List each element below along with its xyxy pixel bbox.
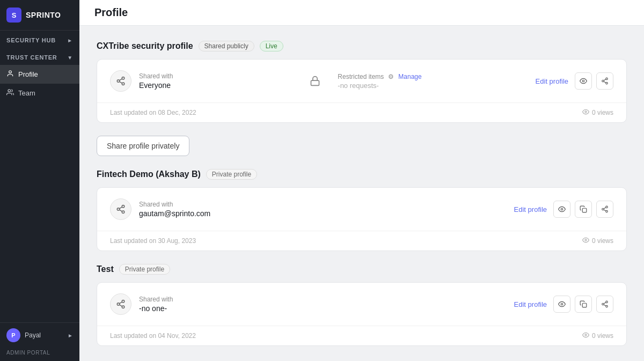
profile-section-fintech: Fintech Demo (Akshay B) Private profile (97, 169, 627, 251)
test-shared-value: -no one- (139, 304, 173, 313)
sidebar-section-trust-center[interactable]: TRUST CENTER ▼ (0, 48, 79, 65)
svg-point-30 (122, 306, 125, 308)
cxtribe-edit-profile-button[interactable]: Edit profile (533, 77, 570, 85)
svg-line-39 (604, 303, 606, 304)
cxtribe-shared-label: Shared with (139, 72, 173, 80)
test-share-icon (110, 293, 131, 315)
cxtribe-card-body: Shared with Everyone Restricted items (97, 60, 626, 102)
cxtribe-shared-value: Everyone (139, 81, 173, 90)
svg-line-31 (119, 305, 122, 306)
user-name: Payal (25, 331, 63, 339)
test-card-footer: Last updated on 04 Nov, 2022 0 views (97, 326, 626, 345)
svg-line-13 (604, 79, 606, 80)
cxtribe-share-icon (110, 70, 131, 92)
svg-line-5 (119, 82, 122, 83)
test-copy-button[interactable] (575, 296, 592, 313)
svg-line-19 (119, 207, 122, 209)
cxtribe-card-actions: Edit profile (533, 72, 613, 90)
svg-line-26 (604, 208, 606, 209)
profile-section-cxtribe-header: CXTribe security profile Shared publicly… (97, 41, 627, 51)
svg-point-17 (122, 211, 125, 213)
sidebar-logo: S SPRINTO (0, 0, 79, 31)
test-edit-profile-button[interactable]: Edit profile (512, 300, 549, 308)
svg-line-32 (119, 302, 122, 304)
svg-point-29 (117, 303, 120, 306)
cxtribe-restricted-header: Restricted items ⚙ Manage (338, 73, 520, 80)
svg-line-12 (604, 82, 606, 83)
fintech-view-button[interactable] (553, 201, 570, 218)
admin-portal-label: ADMIN PORTAL (0, 348, 79, 361)
cxtribe-manage-link[interactable]: Manage (398, 73, 421, 80)
svg-point-0 (9, 71, 12, 73)
chevron-right-icon: ► (67, 38, 73, 43)
sidebar-item-profile[interactable]: Profile (0, 65, 79, 84)
svg-point-20 (561, 208, 563, 210)
test-share-button[interactable] (596, 296, 613, 313)
svg-point-10 (602, 80, 604, 82)
views-icon (582, 108, 589, 117)
svg-point-2 (122, 77, 125, 80)
fintech-shared-with-text: Shared with gautam@sprinto.com (139, 201, 210, 218)
test-views-count: 0 views (582, 331, 613, 340)
test-shared-with-text: Shared with -no one- (139, 296, 173, 313)
test-view-button[interactable] (553, 296, 570, 313)
svg-point-11 (606, 82, 608, 84)
share-profile-privately-button[interactable]: Share profile privately (97, 136, 189, 156)
fintech-profile-title: Fintech Demo (Akshay B) (97, 170, 201, 179)
sidebar-user[interactable]: P Payal ► (0, 323, 79, 348)
profile-icon (6, 70, 14, 79)
fintech-private-badge: Private profile (206, 169, 257, 180)
fintech-copy-button[interactable] (575, 201, 592, 218)
cxtribe-views-count: 0 views (582, 108, 613, 117)
svg-line-18 (119, 210, 122, 211)
svg-point-40 (585, 334, 587, 336)
cxtribe-view-button[interactable] (575, 72, 592, 90)
fintech-card-actions: Edit profile (512, 201, 613, 218)
team-icon (6, 89, 14, 98)
svg-point-33 (561, 303, 563, 305)
app-logo-icon: S (6, 8, 21, 23)
fintech-card-body: Shared with gautam@sprinto.com Edit prof… (97, 188, 626, 231)
svg-line-38 (604, 305, 606, 306)
user-chevron-icon: ► (68, 333, 73, 338)
svg-point-16 (117, 208, 120, 211)
test-shared-label: Shared with (139, 296, 173, 303)
svg-point-8 (582, 80, 584, 82)
test-profile-title: Test (97, 264, 114, 274)
profile-section-cxtribe: CXTribe security profile Shared publicly… (97, 41, 627, 123)
test-views-icon (582, 331, 589, 340)
profile-section-test-header: Test Private profile (97, 264, 627, 275)
svg-point-22 (606, 206, 608, 208)
fintech-views-count: 0 views (582, 237, 613, 245)
fintech-edit-profile-button[interactable]: Edit profile (512, 205, 549, 213)
svg-point-15 (122, 205, 125, 208)
share-private-section: Share profile privately (97, 136, 627, 156)
fintech-shared-value: gautam@sprinto.com (139, 209, 210, 218)
cxtribe-profile-title: CXTribe security profile (97, 41, 193, 51)
cxtribe-share-button[interactable] (596, 72, 613, 90)
info-gear-icon: ⚙ (388, 73, 394, 80)
fintech-shared-label: Shared with (139, 201, 210, 208)
fintech-share-button[interactable] (596, 201, 613, 218)
cxtribe-last-updated: Last updated on 08 Dec, 2022 (110, 109, 196, 116)
cxtribe-restricted-block: Restricted items ⚙ Manage -no requests- (338, 73, 520, 90)
svg-point-27 (585, 239, 587, 241)
svg-line-25 (604, 210, 606, 211)
sidebar-section-security-hub[interactable]: SECURITY HUB ► (0, 31, 79, 48)
fintech-share-icon (110, 198, 131, 220)
sidebar: S SPRINTO SECURITY HUB ► TRUST CENTER ▼ … (0, 0, 79, 361)
cxtribe-lock-icon (305, 71, 325, 91)
chevron-down-icon: ▼ (67, 55, 73, 61)
sidebar-item-team[interactable]: Team (0, 84, 79, 102)
svg-point-14 (585, 111, 587, 113)
cxtribe-profile-card: Shared with Everyone Restricted items (97, 59, 627, 123)
cxtribe-restricted-label: Restricted items (338, 73, 384, 80)
cxtribe-card-footer: Last updated on 08 Dec, 2022 0 views (97, 102, 626, 122)
fintech-card-footer: Last updated on 30 Aug, 2023 0 views (97, 231, 626, 251)
sidebar-item-team-label: Team (18, 89, 35, 97)
svg-point-37 (606, 305, 608, 307)
svg-point-28 (122, 300, 125, 303)
cxtribe-shared-badge: Shared publicly (199, 41, 254, 51)
app-logo-text: SPRINTO (26, 11, 61, 19)
avatar: P (6, 328, 20, 342)
